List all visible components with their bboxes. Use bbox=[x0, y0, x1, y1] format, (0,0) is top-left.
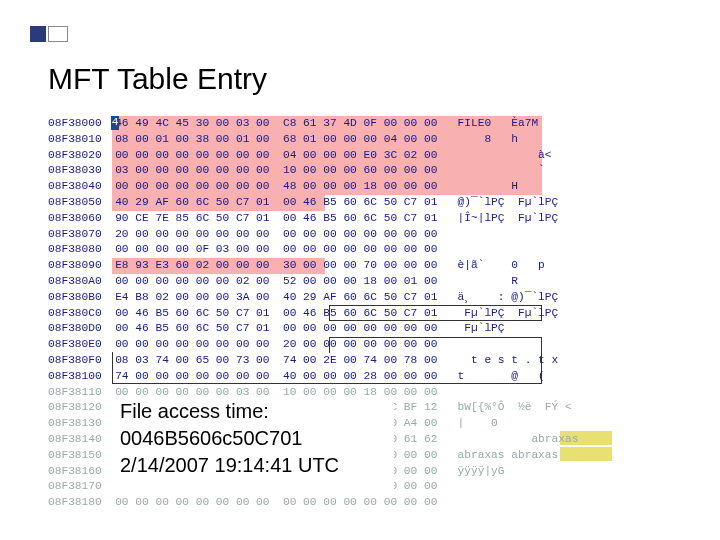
hex-row: 08F38050 40 29 AF 60 6C 50 C7 01 00 46 B… bbox=[48, 195, 684, 211]
annotation-line-3: 2/14/2007 19:14:41 UTC bbox=[120, 452, 390, 479]
hex-row: 08F380F0 08 03 74 00 65 00 73 00 74 00 2… bbox=[48, 353, 684, 369]
hex-row: 08F38000 46 49 4C 45 30 00 03 00 C8 61 3… bbox=[48, 116, 684, 132]
hex-row: 08F38060 90 CE 7E 85 6C 50 C7 01 00 46 B… bbox=[48, 211, 684, 227]
hex-row: 08F38070 20 00 00 00 00 00 00 00 00 00 0… bbox=[48, 227, 684, 243]
hex-row: 08F38010 08 00 01 00 38 00 01 00 68 01 0… bbox=[48, 132, 684, 148]
hex-row: 08F38080 00 00 00 00 0F 03 00 00 00 00 0… bbox=[48, 242, 684, 258]
hex-row: 08F38100 74 00 00 00 00 00 00 00 40 00 0… bbox=[48, 369, 684, 385]
hex-row: 08F38180 00 00 00 00 00 00 00 00 00 00 0… bbox=[48, 495, 684, 511]
page-title: MFT Table Entry bbox=[48, 62, 267, 96]
bullet-marker bbox=[30, 26, 46, 42]
hex-row: 08F380D0 00 46 B5 60 6C 50 C7 01 00 00 0… bbox=[48, 321, 684, 337]
hex-row: 08F380B0 E4 B8 02 00 00 00 3A 00 40 29 A… bbox=[48, 290, 684, 306]
hex-row: 08F380E0 00 00 00 00 00 00 00 00 20 00 0… bbox=[48, 337, 684, 353]
hex-row: 08F380A0 00 00 00 00 00 00 02 00 52 00 0… bbox=[48, 274, 684, 290]
hex-row: 08F38090 E8 93 E3 60 02 00 00 00 30 00 0… bbox=[48, 258, 684, 274]
hex-row: 08F380C0 00 46 B5 60 6C 50 C7 01 00 46 B… bbox=[48, 306, 684, 322]
annotation-box: File access time: 0046B5606c50C701 2/14/… bbox=[116, 396, 394, 492]
annotation-line-1: File access time: bbox=[120, 398, 390, 425]
annotation-line-2: 0046B5606c50C701 bbox=[120, 425, 390, 452]
cursor-first-byte: 4 bbox=[111, 116, 119, 130]
hex-row: 08F38040 00 00 00 00 00 00 00 00 48 00 0… bbox=[48, 179, 684, 195]
bullet-marker-outline bbox=[48, 26, 68, 42]
hex-row: 08F38020 00 00 00 00 00 00 00 00 04 00 0… bbox=[48, 148, 684, 164]
hex-row: 08F38030 03 00 00 00 00 00 00 00 10 00 0… bbox=[48, 163, 684, 179]
